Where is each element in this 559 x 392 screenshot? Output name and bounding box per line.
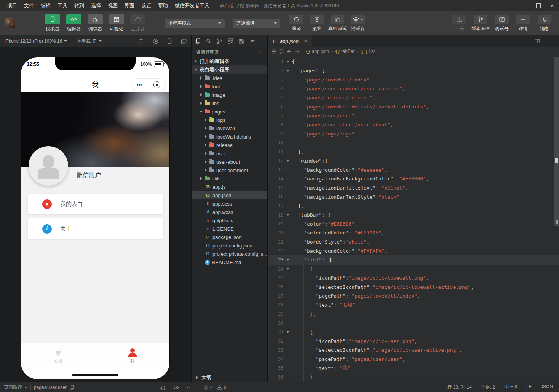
code-line-15[interactable]: 15"navigationBarTitleText": "WeChat", [268,183,559,193]
chevron-right-icon[interactable] [204,143,208,147]
code-line-36[interactable]: 36} [268,373,559,382]
code-line-1[interactable]: 1{ [268,57,559,66]
tree-item-user[interactable]: user [192,149,267,158]
status-item[interactable]: UTF-8 [504,384,517,390]
tree-item-.idea[interactable]: .idea [192,74,267,82]
code-line-24[interactable]: 24{ [268,265,559,274]
status-item[interactable]: 空格: 2 [481,384,495,390]
code-line-8[interactable]: 8"pages/user-about/user-about", [268,120,559,129]
copy-icon[interactable] [70,385,74,390]
dots-icon[interactable]: ··· [187,385,193,390]
code-line-27[interactable]: 27"pagePath": "pages/loveWall/index", [268,292,559,301]
outline-list-icon[interactable] [272,49,276,54]
chevron-down-icon[interactable] [194,69,198,71]
hot-reload-toggle[interactable]: 热重载 开 [77,38,101,45]
exit-button[interactable] [149,79,166,91]
tree-item--[interactable]: 打开的编辑器 [192,57,267,65]
code-line-10[interactable]: 10 [268,138,559,147]
split-editor-icon[interactable] [535,39,540,43]
teapot-icon[interactable] [249,39,255,43]
code-line-19[interactable]: 19"color":"#E6E6E6", [268,219,559,228]
save-icon[interactable] [239,39,244,44]
fold-chevron-icon[interactable] [284,268,292,270]
chevron-down-icon[interactable] [199,111,203,113]
fold-chevron-icon[interactable] [284,259,292,261]
chevron-right-icon[interactable] [204,127,208,130]
menu-card-heart[interactable]: ♥我的表白 [28,194,163,214]
code-line-23[interactable]: 23"list": [ [268,255,559,265]
menu-card-info[interactable]: i关于 [28,218,163,239]
fold-chevron-icon[interactable] [284,61,292,62]
menu-item-设置[interactable]: 设置 [138,0,155,11]
chevron-right-icon[interactable] [194,60,198,63]
phone-tab-heart[interactable]: ♥心墙 [21,343,95,368]
chevron-right-icon[interactable] [199,93,203,96]
code-line-21[interactable]: 21"borderStyle":"white", [268,237,559,247]
code-line-12[interactable]: 12"window":{ [268,156,559,166]
tree-item-loveWall-details[interactable]: loveWall-details [192,132,267,141]
toolbar-cloud-button[interactable]: 云开发 [129,14,147,32]
close-tab-icon[interactable]: ✕ [303,38,307,44]
rotate-icon[interactable] [138,38,144,44]
tab-app-json[interactable]: {} app.json ✕ [268,35,312,47]
tree-item-libs[interactable]: libs [192,99,267,107]
phone-tab-user[interactable]: 我 [95,343,169,368]
scrollbar-thumb[interactable] [554,57,559,226]
chevron-right-icon[interactable] [199,76,203,80]
tree-item-image[interactable]: image [192,91,267,99]
menu-item-视图[interactable]: 视图 [104,0,121,11]
fold-chevron-icon[interactable] [284,160,292,162]
search-icon[interactable] [206,38,211,44]
code-line-18[interactable]: 18"tabBar": { [268,210,559,220]
code-line-25[interactable]: 25"iconPath":"image/ic/ic-lovewall.png", [268,274,559,283]
tree-item-project.config.json[interactable]: {}project.config.json [192,241,267,250]
debug-icon[interactable] [160,385,166,390]
menu-item-界面[interactable]: 界面 [121,0,138,11]
tree-item--[interactable]: 表白墙小程序 [192,65,267,74]
record-icon[interactable] [153,38,158,44]
code-line-5[interactable]: 5"pages/release/release", [268,93,559,102]
action-debug-button[interactable]: 真机调试 [328,15,347,32]
more-button[interactable]: ••• [132,79,149,91]
action-preview-button[interactable]: 预览 [308,15,326,32]
toolbar-phone-button[interactable]: 模拟器 [43,14,62,32]
tree-item-app.wxss[interactable]: Wapp.wxss [192,208,267,216]
multiwin-icon[interactable] [181,39,187,44]
code-line-22[interactable]: 22"backgroundColor":"#FAFAFA", [268,246,559,255]
chevron-right-icon[interactable] [199,85,203,88]
toolbar-viz-button[interactable]: 可视化 [107,14,126,32]
compile-select[interactable]: 普通编译 [233,19,280,28]
mode-select[interactable]: 小程序模式 [165,19,225,28]
tree-item-user-comment[interactable]: user-comment [192,166,267,174]
code-line-28[interactable]: 28"text": "心墙" [268,301,559,310]
device-select[interactable]: iPhone 12/13 (Pro) 100% 16 [5,38,67,44]
tree-item-LICENSE[interactable]: ©LICENSE [192,225,267,233]
code-line-33[interactable]: 33"selectedIconPath":"image/ic/ic-user-a… [268,346,559,355]
code-line-4[interactable]: 4"pages/user-comment/user-comment", [268,84,559,93]
code-line-13[interactable]: 13"backgroundColor":"#eeeeee", [268,165,559,174]
breadcrumb-item-app.json[interactable]: {}app.json [306,49,329,54]
fold-chevron-icon[interactable] [284,331,292,333]
tree-item-loveWall[interactable]: loveWall [192,124,267,132]
code-line-11[interactable]: 11], [268,147,559,156]
code-line-2[interactable]: 2"pages":[ [268,66,559,75]
menu-item-帮助[interactable]: 帮助 [155,0,171,11]
chevron-right-icon[interactable] [199,177,203,180]
bookmark-icon[interactable] [280,49,284,54]
tree-item-app.scss[interactable]: Sapp.scss [192,199,267,208]
code-line-9[interactable]: 9"pages/logs/logs" [268,129,559,139]
blocks-icon[interactable] [228,38,233,44]
user-avatar[interactable] [5,18,15,28]
menu-item-微信开发者工具[interactable]: 微信开发者工具 [171,0,213,11]
code-line-26[interactable]: 26"selectedIconPath":"image/ic/ic-lovewa… [268,282,559,292]
tree-item-app.json[interactable]: {}app.json [192,191,267,199]
problems-indicator[interactable]: 0 0 [199,382,284,392]
avatar[interactable] [29,146,68,186]
code-line-6[interactable]: 6"pages/loveWall-details/loveWall-detail… [268,102,559,111]
tree-item-README.md[interactable]: iREADME.md [192,258,267,266]
code-line-30[interactable]: 30 [268,319,559,328]
navigate-forward-icon[interactable] [295,49,300,54]
fold-chevron-icon[interactable] [284,70,292,72]
code-editor[interactable]: 1{2"pages":[3"pages/loveWall/index",4"pa… [268,56,559,382]
tree-item-gulpfile.js[interactable]: ggulpfile.js [192,216,267,225]
